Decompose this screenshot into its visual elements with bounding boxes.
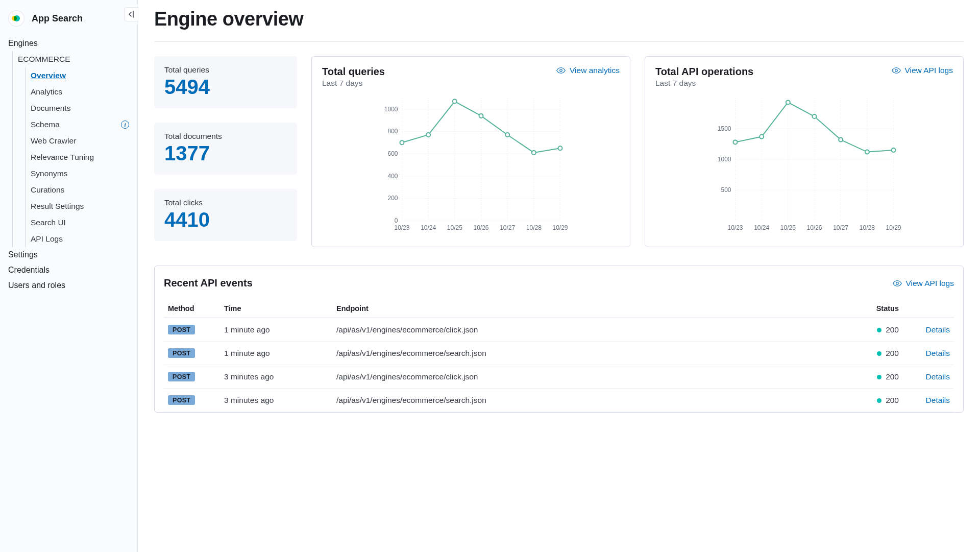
sidebar-item-schema[interactable]: Schemai (26, 116, 137, 133)
status-dot-icon (877, 351, 881, 356)
sidebar-item-documents[interactable]: Documents (26, 100, 137, 116)
svg-text:10/26: 10/26 (473, 224, 488, 231)
sidebar-item-analytics[interactable]: Analytics (26, 84, 137, 100)
view-analytics-link[interactable]: View analytics (556, 66, 620, 75)
col-time[interactable]: Time (220, 299, 332, 318)
method-badge: POST (168, 372, 195, 381)
col-endpoint[interactable]: Endpoint (332, 299, 842, 318)
svg-text:1000: 1000 (384, 106, 398, 113)
sidebar-item-result-settings[interactable]: Result Settings (26, 198, 137, 214)
stat-label: Total queries (164, 65, 287, 75)
svg-point-33 (558, 146, 562, 150)
svg-point-57 (786, 100, 790, 104)
svg-point-32 (532, 151, 536, 155)
stat-card-clicks: Total clicks 4410 (154, 189, 297, 241)
sidebar-item-label: Result Settings (31, 202, 84, 211)
sidebar-item-label: Curations (31, 185, 64, 195)
details-link[interactable]: Details (926, 396, 950, 404)
event-endpoint: /api/as/v1/engines/ecommerce/click.json (332, 318, 842, 342)
svg-text:10/29: 10/29 (886, 224, 901, 231)
sidebar-item-label: Schema (31, 120, 60, 129)
table-row: POST3 minutes ago/api/as/v1/engines/ecom… (164, 365, 954, 389)
chart-subtitle: Last 7 days (655, 79, 753, 88)
view-api-logs-link[interactable]: View API logs (892, 66, 953, 75)
svg-point-27 (400, 140, 404, 145)
sidebar-item-label: Documents (31, 104, 70, 113)
nav-engines[interactable]: Engines (0, 36, 137, 51)
collapse-sidebar-button[interactable] (124, 7, 138, 21)
svg-text:10/25: 10/25 (780, 224, 796, 231)
view-api-logs-link-2[interactable]: View API logs (893, 279, 954, 288)
svg-text:800: 800 (387, 128, 398, 135)
svg-text:1500: 1500 (718, 125, 731, 132)
event-status: 200 (842, 342, 903, 365)
svg-point-31 (505, 133, 509, 137)
nav-credentials[interactable]: Credentials (0, 262, 137, 278)
col-method[interactable]: Method (164, 299, 220, 318)
chart-subtitle: Last 7 days (322, 79, 385, 88)
stat-value: 5494 (164, 76, 287, 98)
sidebar-item-label: Overview (31, 71, 66, 80)
svg-point-30 (479, 114, 483, 118)
main-content: Engine overview Total queries 5494 Total… (138, 0, 980, 552)
event-status: 200 (842, 318, 903, 342)
app-logo-icon (8, 10, 24, 27)
page-title: Engine overview (154, 8, 964, 42)
svg-point-0 (560, 69, 562, 72)
svg-point-29 (453, 100, 457, 104)
method-badge: POST (168, 325, 195, 334)
sidebar-item-overview[interactable]: Overview (26, 67, 137, 84)
sidebar-item-search-ui[interactable]: Search UI (26, 214, 137, 231)
details-link[interactable]: Details (926, 325, 950, 334)
stat-card-queries: Total queries 5494 (154, 56, 297, 108)
events-title: Recent API events (164, 277, 253, 289)
table-row: POST1 minute ago/api/as/v1/engines/ecomm… (164, 342, 954, 365)
nav-settings[interactable]: Settings (0, 247, 137, 262)
svg-text:10/26: 10/26 (806, 224, 822, 231)
details-link[interactable]: Details (926, 349, 950, 357)
sidebar-item-synonyms[interactable]: Synonyms (26, 165, 137, 182)
svg-text:10/24: 10/24 (754, 224, 769, 231)
svg-text:10/28: 10/28 (526, 224, 542, 231)
nav-engine-name[interactable]: ECOMMERCE (13, 51, 137, 67)
event-time: 3 minutes ago (220, 389, 332, 412)
sidebar-item-label: Relevance Tuning (31, 153, 94, 162)
details-link[interactable]: Details (926, 372, 950, 381)
svg-point-28 (426, 133, 430, 137)
event-endpoint: /api/as/v1/engines/ecommerce/search.json (332, 342, 842, 365)
svg-text:500: 500 (721, 186, 731, 194)
sidebar-item-web-crawler[interactable]: Web Crawler (26, 133, 137, 149)
api-events-table: Method Time Endpoint Status POST1 minute… (164, 299, 954, 412)
sidebar-item-relevance-tuning[interactable]: Relevance Tuning (26, 149, 137, 165)
svg-text:10/28: 10/28 (860, 224, 875, 231)
event-endpoint: /api/as/v1/engines/ecommerce/search.json (332, 389, 842, 412)
info-icon[interactable]: i (121, 121, 129, 129)
method-badge: POST (168, 395, 195, 405)
event-time: 1 minute ago (220, 342, 332, 365)
svg-text:10/23: 10/23 (394, 224, 409, 231)
recent-api-events: Recent API events View API logs Method T… (154, 266, 964, 413)
api-chart: 5001000150010/2310/2410/2510/2610/2710/2… (655, 93, 953, 236)
eye-icon (892, 66, 901, 75)
sidebar: App Search Engines ECOMMERCE OverviewAna… (0, 0, 138, 552)
svg-text:200: 200 (387, 195, 398, 202)
svg-text:10/27: 10/27 (833, 224, 848, 231)
sidebar-item-label: Search UI (31, 218, 66, 227)
status-dot-icon (877, 375, 881, 379)
svg-point-61 (892, 148, 896, 152)
sidebar-item-curations[interactable]: Curations (26, 182, 137, 198)
method-badge: POST (168, 348, 195, 358)
sidebar-item-label: API Logs (31, 234, 63, 244)
sidebar-item-api-logs[interactable]: API Logs (26, 231, 137, 247)
eye-icon (893, 279, 902, 288)
col-status[interactable]: Status (842, 299, 903, 318)
svg-point-56 (760, 135, 764, 139)
event-time: 1 minute ago (220, 318, 332, 342)
svg-text:0: 0 (395, 217, 398, 224)
chart-title: Total queries (322, 66, 385, 78)
stat-value: 1377 (164, 142, 287, 164)
collapse-icon (127, 10, 135, 18)
svg-point-34 (895, 69, 897, 72)
nav-users-and-roles[interactable]: Users and roles (0, 278, 137, 293)
svg-text:10/29: 10/29 (552, 224, 568, 231)
